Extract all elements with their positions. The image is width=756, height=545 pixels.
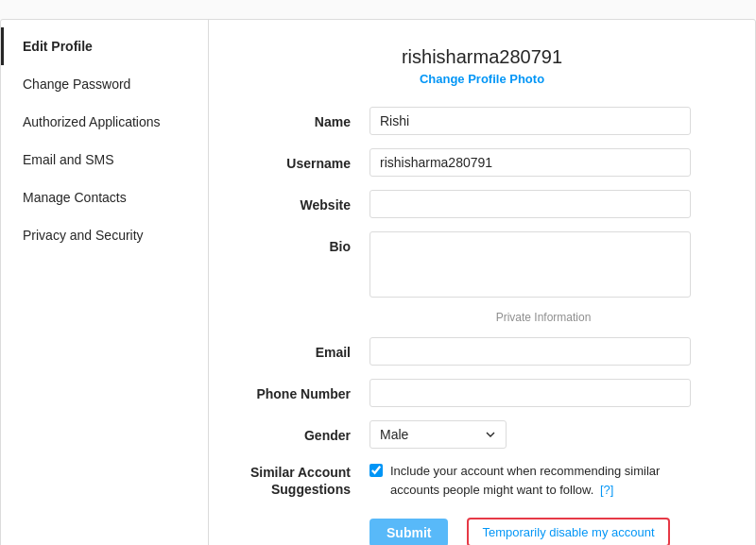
sidebar: Edit Profile Change Password Authorized … xyxy=(1,20,209,545)
settings-container: Edit Profile Change Password Authorized … xyxy=(0,19,756,545)
sidebar-label-email-sms: Email and SMS xyxy=(23,152,113,167)
suggestions-label: Similar Account Suggestions xyxy=(247,462,369,498)
gender-row: Gender Male Female Prefer not to say xyxy=(247,420,717,449)
email-label: Email xyxy=(247,337,369,360)
bio-label: Bio xyxy=(247,231,369,254)
sidebar-label-change-password: Change Password xyxy=(23,77,130,92)
sidebar-item-privacy-security[interactable]: Privacy and Security xyxy=(1,216,208,254)
sidebar-item-email-sms[interactable]: Email and SMS xyxy=(1,141,208,179)
sidebar-label-manage-contacts: Manage Contacts xyxy=(23,190,127,205)
name-row: Name xyxy=(247,107,717,135)
suggestions-row: Similar Account Suggestions Include your… xyxy=(247,462,717,499)
submit-button[interactable]: Submit xyxy=(369,519,448,546)
suggestions-checkbox[interactable] xyxy=(369,464,383,477)
phone-input[interactable] xyxy=(369,379,691,407)
disable-account-button[interactable]: Temporarily disable my account xyxy=(467,518,669,545)
sidebar-item-change-password[interactable]: Change Password xyxy=(1,65,208,103)
sidebar-item-manage-contacts[interactable]: Manage Contacts xyxy=(1,179,208,216)
bio-textarea[interactable] xyxy=(369,231,691,298)
profile-username: rishisharma280791 xyxy=(402,46,562,68)
username-label: Username xyxy=(247,148,369,171)
website-input[interactable] xyxy=(369,190,691,218)
email-row: Email xyxy=(247,337,717,366)
email-input[interactable] xyxy=(369,337,691,366)
suggestions-text: Include your account when recommending s… xyxy=(390,462,691,499)
sidebar-item-authorized-apps[interactable]: Authorized Applications xyxy=(1,103,208,141)
suggestions-help-link[interactable]: [?] xyxy=(600,483,613,497)
gender-label: Gender xyxy=(247,420,369,443)
main-content: rishisharma280791 Change Profile Photo N… xyxy=(209,20,755,545)
private-info-label: Private Information xyxy=(247,311,717,324)
suggestions-content: Include your account when recommending s… xyxy=(369,462,691,499)
sidebar-label-authorized-apps: Authorized Applications xyxy=(23,114,161,129)
sidebar-label-privacy-security: Privacy and Security xyxy=(23,228,144,243)
phone-row: Phone Number xyxy=(247,379,717,407)
bio-row: Bio xyxy=(247,231,717,298)
sidebar-item-edit-profile[interactable]: Edit Profile xyxy=(1,27,208,65)
gender-select[interactable]: Male Female Prefer not to say xyxy=(369,420,507,449)
name-label: Name xyxy=(247,107,369,129)
sidebar-label-edit-profile: Edit Profile xyxy=(23,39,93,54)
website-row: Website xyxy=(247,190,717,218)
website-label: Website xyxy=(247,190,369,213)
username-row: Username xyxy=(247,148,717,177)
profile-header: rishisharma280791 Change Profile Photo xyxy=(247,46,717,86)
form-footer: Submit Temporarily disable my account xyxy=(247,518,717,545)
username-input[interactable] xyxy=(369,148,691,177)
name-input[interactable] xyxy=(369,107,691,135)
change-photo-link[interactable]: Change Profile Photo xyxy=(420,72,544,86)
phone-label: Phone Number xyxy=(247,379,369,401)
